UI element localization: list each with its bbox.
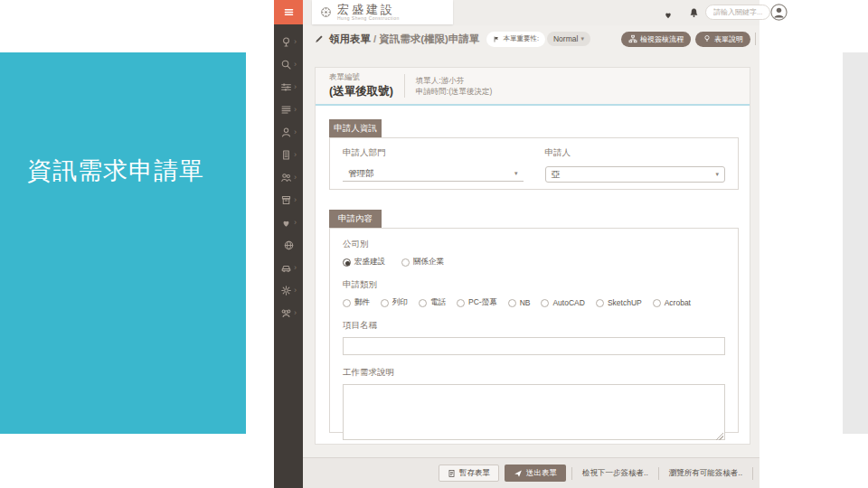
applicant-value: 亞 bbox=[552, 169, 561, 181]
radio-category-3[interactable]: PC-螢幕 bbox=[457, 297, 497, 308]
radio-icon bbox=[343, 258, 351, 267]
browse-all-approvers-link[interactable]: 瀏覽所有可能簽核者.. bbox=[665, 468, 747, 479]
form-filler: 填單人:游小芬 bbox=[416, 75, 493, 86]
chevron-icon: › bbox=[294, 151, 297, 159]
priority-dropdown[interactable]: Normal ▾ bbox=[547, 32, 590, 46]
form-meta-strip: 表單編號 (送單後取號) 填單人:游小芬 申請時間:(送單後決定) bbox=[316, 68, 750, 106]
form-apply-time: 申請時間:(送單後決定) bbox=[416, 86, 493, 97]
section-application-content: 公司別 宏盛建設 關係企業 申請類別 郵件 列印 電話 PC-螢幕 NB Aut… bbox=[329, 228, 739, 433]
applicant-dept-value: 管理部 bbox=[348, 168, 374, 180]
form-action-bar: 暫存表單 送出表單 檢視下一步簽核者.. 瀏覽所有可能簽核者.. bbox=[303, 457, 760, 488]
users-icon bbox=[280, 172, 292, 183]
archive-icon bbox=[280, 194, 292, 206]
radio-icon bbox=[343, 299, 351, 307]
logo-title: 宏盛建設 bbox=[337, 4, 400, 15]
resize-grip[interactable] bbox=[716, 433, 723, 440]
priority-label: 本單重要性: bbox=[503, 34, 539, 43]
car-icon bbox=[280, 262, 292, 274]
section-tab-application-content: 申請內容 bbox=[329, 210, 382, 228]
sidebar-item-pin[interactable]: › bbox=[274, 31, 303, 53]
applicant-select[interactable]: 亞 ▾ bbox=[545, 166, 726, 183]
save-draft-button[interactable]: 暫存表單 bbox=[439, 465, 499, 482]
sidebar-item-list[interactable]: › bbox=[274, 99, 303, 121]
item-name-input[interactable] bbox=[343, 337, 725, 355]
paper-plane-icon bbox=[514, 469, 523, 478]
heart-icon bbox=[280, 217, 292, 229]
next-slide-sliver bbox=[843, 52, 868, 434]
breadcrumb-page-title: 資訊需求(權限)申請單 bbox=[379, 33, 479, 46]
view-next-approver-link[interactable]: 檢視下一步簽核者.. bbox=[578, 468, 653, 479]
sidebar-item-archive[interactable]: › bbox=[274, 189, 303, 211]
view-approval-flow-button[interactable]: 檢視簽核流程 bbox=[621, 32, 691, 47]
sidebar-item-sliders[interactable]: › bbox=[274, 76, 303, 99]
radio-category-7[interactable]: Acrobat bbox=[653, 298, 691, 307]
section-applicant-info: 申請人部門 管理部 ▾ 申請人 亞 ▾ bbox=[329, 137, 739, 190]
divider bbox=[404, 74, 405, 98]
hamburger-menu-button[interactable] bbox=[274, 0, 303, 24]
view-approval-flow-label: 檢視簽核流程 bbox=[640, 34, 684, 44]
breadcrumb-section[interactable]: 領用表單 bbox=[329, 33, 371, 46]
chevron-icon: › bbox=[294, 83, 297, 91]
radio-label: AutoCAD bbox=[552, 298, 584, 307]
radio-label: Acrobat bbox=[665, 298, 691, 307]
radio-icon bbox=[541, 299, 549, 307]
favorite-button[interactable] bbox=[663, 7, 674, 23]
form-number-label: 表單編號 bbox=[329, 72, 393, 83]
radio-category-1[interactable]: 列印 bbox=[381, 297, 408, 308]
radio-icon bbox=[381, 299, 389, 307]
chevron-icon: › bbox=[294, 286, 297, 295]
company-type-radio-group: 宏盛建設 關係企業 bbox=[343, 257, 725, 267]
priority-value: Normal bbox=[553, 34, 578, 43]
breadcrumb-separator: / bbox=[373, 33, 376, 44]
pencil-icon bbox=[314, 33, 325, 44]
sidebar-item-gear[interactable]: › bbox=[274, 279, 303, 302]
user-icon bbox=[280, 127, 292, 138]
sidebar-item-search[interactable]: › bbox=[274, 53, 303, 76]
sidebar-item-user[interactable]: › bbox=[274, 121, 303, 144]
document-icon bbox=[448, 469, 456, 478]
category-radio-group: 郵件 列印 電話 PC-螢幕 NB AutoCAD SketchUP Acrob… bbox=[343, 297, 725, 308]
list-icon bbox=[280, 104, 292, 116]
globe-icon bbox=[283, 239, 295, 251]
radio-category-4[interactable]: NB bbox=[508, 298, 531, 307]
radio-category-6[interactable]: SketchUP bbox=[596, 298, 642, 307]
radio-icon bbox=[457, 299, 465, 307]
brand-logo[interactable]: 宏盛建設 Hung Sheng Construction bbox=[312, 0, 453, 24]
radio-category-2[interactable]: 電話 bbox=[419, 297, 446, 308]
form-card: 表單編號 (送單後取號) 填單人:游小芬 申請時間:(送單後決定) 申請人資訊 … bbox=[315, 67, 750, 445]
form-help-label: 表單說明 bbox=[714, 34, 743, 44]
sidebar-item-globe[interactable] bbox=[274, 234, 303, 257]
radio-category-0[interactable]: 郵件 bbox=[343, 297, 370, 308]
sidebar-item-team[interactable]: › bbox=[274, 302, 303, 324]
radio-company-hungsheng[interactable]: 宏盛建設 bbox=[343, 257, 385, 267]
applicant-dept-select[interactable]: 管理部 ▾ bbox=[343, 166, 524, 182]
requirement-textarea[interactable] bbox=[343, 384, 725, 440]
bell-icon bbox=[688, 7, 700, 19]
search-icon bbox=[280, 59, 292, 70]
sliders-icon bbox=[280, 81, 292, 93]
radio-company-affiliate[interactable]: 關係企業 bbox=[401, 257, 444, 267]
sidebar-item-building[interactable]: › bbox=[274, 144, 303, 166]
sidebar-item-users[interactable]: › bbox=[274, 166, 303, 189]
search-input[interactable] bbox=[713, 8, 762, 16]
heart-icon bbox=[663, 9, 674, 20]
applicant-label: 申請人 bbox=[545, 147, 726, 159]
logo-subtitle: Hung Sheng Construction bbox=[337, 15, 400, 21]
radio-icon bbox=[653, 299, 661, 307]
slide-title: 資訊需求申請單 bbox=[27, 154, 233, 188]
gear-icon bbox=[280, 285, 292, 296]
account-button[interactable] bbox=[770, 4, 788, 21]
submit-form-button[interactable]: 送出表單 bbox=[505, 465, 566, 482]
chevron-icon: › bbox=[294, 309, 297, 317]
form-help-button[interactable]: 表單說明 bbox=[695, 32, 750, 47]
notifications-button[interactable] bbox=[688, 6, 700, 23]
radio-label: 關係企業 bbox=[413, 257, 444, 267]
radio-category-5[interactable]: AutoCAD bbox=[541, 298, 584, 307]
radio-label: PC-螢幕 bbox=[468, 297, 497, 308]
compass-logo-icon bbox=[320, 6, 332, 18]
sidebar-item-car[interactable]: › bbox=[274, 257, 303, 279]
applicant-dept-label: 申請人部門 bbox=[343, 147, 524, 159]
caret-down-icon: ▾ bbox=[580, 35, 584, 42]
building-icon bbox=[280, 149, 292, 161]
sidebar-item-heart[interactable]: › bbox=[274, 211, 303, 234]
